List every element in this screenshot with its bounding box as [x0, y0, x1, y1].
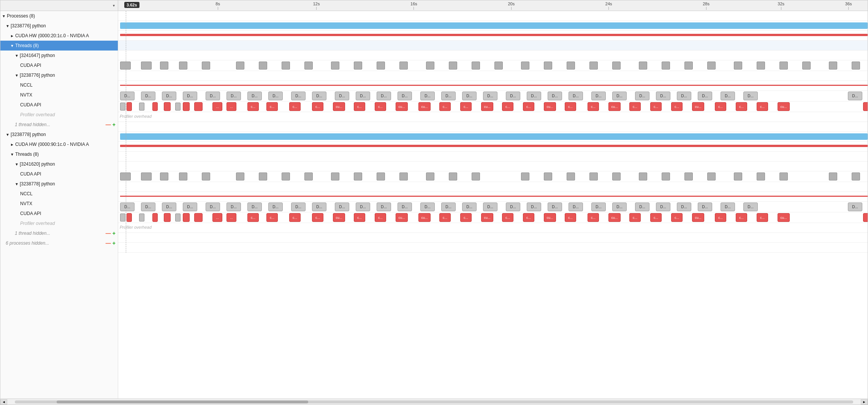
nvtx-block-2-8[interactable]: D... [268, 202, 283, 211]
cuda-api4-c1[interactable]: c... [247, 213, 259, 222]
cuda-block-1-9[interactable] [304, 62, 313, 70]
nvtx-block-1-12[interactable]: D... [356, 92, 370, 100]
nvtx-block-1-8[interactable]: D... [268, 92, 283, 100]
cuda-block-1-22[interactable] [612, 62, 621, 70]
nvtx-block-2-7[interactable]: D... [247, 202, 262, 211]
cuda-block-3-27[interactable] [757, 172, 765, 180]
sidebar-item-thread-3238776b[interactable]: ▼ [3238776] python [0, 70, 118, 80]
cuda-api2-c5[interactable]: c... [354, 102, 365, 111]
nvtx-block-1-2[interactable]: D... [141, 92, 155, 100]
sidebar-item-proc-3238776[interactable]: ▼ [3238776] python [0, 21, 118, 31]
nvtx-block-2-29[interactable]: D... [721, 202, 735, 211]
cuda-block-3-21[interactable] [612, 172, 621, 180]
cuda-block-1-14[interactable] [426, 62, 434, 70]
cuda-api2-red-2[interactable] [152, 102, 158, 111]
nvtx-block-2-10[interactable]: D... [312, 202, 326, 211]
cuda-api2-cu5[interactable]: cu... [544, 102, 556, 111]
timeline-row-cuda-api-3[interactable] [118, 171, 868, 182]
nvtx-block-2-1[interactable]: D... [120, 202, 135, 211]
nvtx-block-2-30[interactable]: D... [743, 202, 758, 211]
cuda-api4-ellipsis-2[interactable]: ... [227, 213, 236, 222]
nvtx-block-2-9[interactable]: D... [291, 202, 306, 211]
cuda-api4-c3[interactable]: c... [289, 213, 301, 222]
sidebar-item-processes[interactable]: ▼ Processes (8) [0, 11, 118, 21]
cuda-api2-cu8[interactable]: cu... [778, 102, 790, 111]
cuda-block-3-17[interactable] [521, 172, 529, 180]
cuda-block-3-5[interactable] [202, 172, 210, 180]
cuda-block-1-23[interactable] [639, 62, 647, 70]
cuda-block-1-11[interactable] [354, 62, 362, 70]
cuda-api2-c10[interactable]: c... [523, 102, 534, 111]
sidebar-item-cuda-hw-90[interactable]: ► CUDA HW (0000:90:1c.0 - NVIDIA A [0, 139, 118, 149]
cuda-api2-red-4[interactable] [183, 102, 190, 111]
sidebar-item-cuda-hw-20[interactable]: ► CUDA HW (0000:20:1c.0 - NVIDIA A [0, 31, 118, 41]
cuda-block-1-17[interactable] [494, 62, 503, 70]
nvtx-block-1-18[interactable]: D... [483, 92, 497, 100]
cuda-block-1-24[interactable] [662, 62, 670, 70]
nvtx-block-2-21[interactable]: D... [548, 202, 562, 211]
nvtx-block-2-2[interactable]: D... [141, 202, 155, 211]
cuda-api2-c8[interactable]: c... [460, 102, 472, 111]
cuda-block-1-20[interactable] [567, 62, 575, 70]
horizontal-scrollbar-thumb[interactable] [57, 400, 308, 403]
cuda-api2-red-3[interactable] [164, 102, 171, 111]
nvtx-block-1-28[interactable]: D... [698, 92, 712, 100]
proc-hidden-plus[interactable]: + [112, 240, 116, 246]
cuda-block-3-7[interactable] [259, 172, 267, 180]
sidebar-item-cuda-api-3[interactable]: CUDA API [0, 169, 118, 179]
cuda-api4-c9[interactable]: c... [502, 213, 513, 222]
cuda-api2-cu1[interactable]: cu... [333, 102, 345, 111]
cuda-api2-cu4[interactable]: cu... [481, 102, 493, 111]
timeline-row-cuda-api-2[interactable]: ... ... c... c... c... c... cu... c... c… [118, 101, 868, 112]
cuda-block-3-28[interactable] [779, 172, 788, 180]
sidebar-item-nccl-2[interactable]: NCCL [0, 189, 118, 199]
cuda-api4-gray-2[interactable] [139, 214, 144, 221]
cuda-api2-cu7[interactable]: cu... [692, 102, 704, 111]
footer-scrollbar[interactable]: ◄ ► [0, 399, 868, 405]
timeline-row-python-3238778[interactable] [118, 132, 868, 142]
nvtx-block-1-9[interactable]: D... [291, 92, 306, 100]
thread-hidden-2-minus[interactable]: — [106, 230, 111, 236]
nvtx-block-1-31[interactable]: D... [848, 92, 862, 100]
cuda-block-1-4[interactable] [179, 62, 187, 70]
cuda-api4-c6[interactable]: c... [375, 213, 386, 222]
nvtx-block-2-13[interactable]: D... [377, 202, 391, 211]
nvtx-block-1-19[interactable]: D... [506, 92, 520, 100]
sidebar-item-proc-3238778[interactable]: ▼ [3238778] python [0, 130, 118, 139]
nvtx-block-1-4[interactable]: D... [183, 92, 197, 100]
cuda-api4-red-3[interactable] [164, 213, 171, 222]
cuda-block-3-1[interactable] [120, 172, 131, 180]
cuda-api2-c13[interactable]: c... [629, 102, 641, 111]
cuda-api2-c2[interactable]: c... [266, 102, 278, 111]
cuda-block-1-29[interactable] [779, 62, 788, 70]
cuda-api2-ellipsis-2[interactable]: ... [227, 102, 236, 111]
nvtx-block-1-15[interactable]: D... [420, 92, 435, 100]
cuda-api4-cu3[interactable]: cu... [418, 213, 431, 222]
nvtx-block-1-10[interactable]: D... [312, 92, 326, 100]
cuda-api4-c8[interactable]: c... [460, 213, 472, 222]
nvtx-block-1-22[interactable]: D... [569, 92, 583, 100]
cuda-api2-c14[interactable]: c... [650, 102, 662, 111]
cuda-block-3-13[interactable] [399, 172, 408, 180]
cuda-block-1-3[interactable] [160, 62, 168, 70]
nvtx-block-1-27[interactable]: D... [677, 92, 691, 100]
cuda-block-1-31[interactable] [829, 62, 837, 70]
cuda-block-3-26[interactable] [734, 172, 742, 180]
cuda-block-1-19[interactable] [544, 62, 552, 70]
nvtx-block-2-18[interactable]: D... [483, 202, 497, 211]
cuda-block-3-14[interactable] [426, 172, 434, 180]
cuda-api2-cu2[interactable]: cu... [396, 102, 408, 111]
cuda-api4-c5[interactable]: c... [354, 213, 365, 222]
thread-hidden-1-minus[interactable]: — [106, 122, 111, 128]
sidebar-item-thread-hidden-2[interactable]: 1 thread hidden... — + [0, 228, 118, 238]
cuda-api2-c18[interactable]: c... [757, 102, 768, 111]
cuda-block-3-6[interactable] [236, 172, 244, 180]
cuda-api4-cu2[interactable]: cu... [396, 213, 408, 222]
cuda-block-3-8[interactable] [282, 172, 290, 180]
cuda-api4-c2[interactable]: c... [266, 213, 278, 222]
nvtx-block-2-27[interactable]: D... [677, 202, 691, 211]
nvtx-block-2-25[interactable]: D... [635, 202, 649, 211]
cuda-api4-c16[interactable]: c... [715, 213, 726, 222]
sidebar-item-proc-hidden[interactable]: 6 processes hidden... — + [0, 238, 118, 248]
nvtx-block-2-28[interactable]: D... [698, 202, 712, 211]
